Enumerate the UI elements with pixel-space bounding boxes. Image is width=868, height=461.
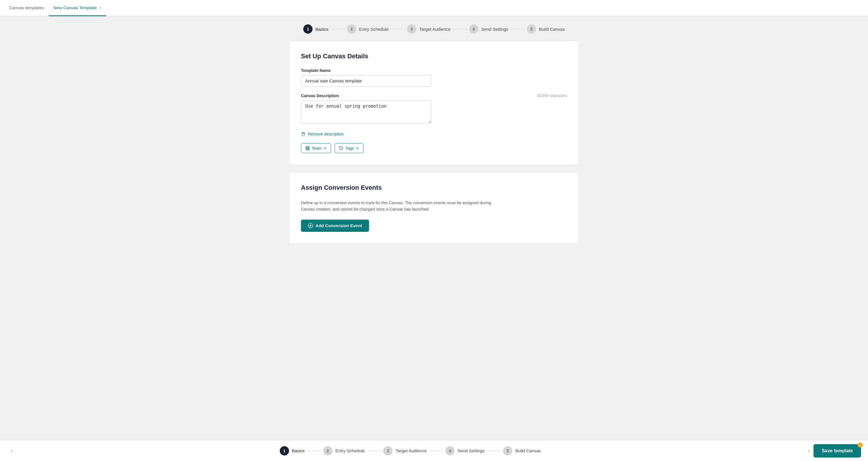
step-5-circle: 5 bbox=[527, 24, 536, 34]
canvas-description-label: Canvas Description 31/250 characters bbox=[301, 93, 567, 98]
prev-arrow[interactable]: ‹ bbox=[7, 446, 16, 456]
bottom-step-4-circle: 4 bbox=[445, 446, 455, 456]
bottom-step-divider-3 bbox=[429, 451, 443, 451]
step-divider-3 bbox=[453, 29, 467, 29]
canvas-description-input[interactable]: Use for annual spring promotion bbox=[301, 100, 431, 123]
bottom-step-4-label: Send Settings bbox=[458, 448, 485, 453]
globe-icon bbox=[305, 146, 310, 150]
bottom-step-2[interactable]: 2 Entry Schedule bbox=[323, 446, 365, 456]
notification-badge: ! bbox=[858, 442, 863, 448]
remove-description-button[interactable]: Remove description bbox=[301, 132, 567, 136]
canvas-description-group: Canvas Description 31/250 characters Use… bbox=[301, 93, 567, 125]
bottom-step-2-circle: 2 bbox=[323, 446, 333, 456]
template-name-group: Template Name bbox=[301, 68, 567, 86]
bottom-step-4[interactable]: 4 Send Settings bbox=[445, 446, 485, 456]
bottom-step-5[interactable]: 5 Build Canvas bbox=[503, 446, 541, 456]
bottom-step-3-label: Target Audience bbox=[396, 448, 427, 453]
svg-rect-1 bbox=[302, 132, 304, 133]
chevron-down-icon bbox=[323, 146, 327, 150]
trash-icon bbox=[301, 132, 306, 136]
step-3-label: Target Audience bbox=[419, 27, 451, 32]
canvas-details-title: Set Up Canvas Details bbox=[301, 53, 567, 60]
team-button[interactable]: Team bbox=[301, 143, 331, 153]
conversion-events-title: Assign Conversion Events bbox=[301, 184, 567, 192]
step-divider-1 bbox=[331, 29, 345, 29]
step-4-circle: 4 bbox=[469, 24, 478, 34]
step-2[interactable]: 2 Entry Schedule bbox=[347, 24, 389, 34]
bottom-step-2-label: Entry Schedule bbox=[335, 448, 365, 453]
save-template-button[interactable]: Save template ! bbox=[813, 444, 861, 458]
bottom-step-1-circle: 1 bbox=[280, 446, 289, 456]
step-5[interactable]: 5 Build Canvas bbox=[527, 24, 564, 34]
template-name-input[interactable] bbox=[301, 75, 431, 86]
bottom-step-3-circle: 3 bbox=[383, 446, 393, 456]
tab-bar: Canvas templates New Canvas Template × bbox=[0, 0, 868, 16]
bottom-step-5-circle: 5 bbox=[503, 446, 512, 456]
step-3[interactable]: 3 Target Audience bbox=[407, 24, 451, 34]
conversion-events-description: Define up to 4 conversion events to trac… bbox=[301, 200, 504, 213]
bottom-step-1[interactable]: 1 Basics bbox=[280, 446, 305, 456]
step-4-label: Send Settings bbox=[481, 27, 508, 32]
step-2-circle: 2 bbox=[347, 24, 356, 34]
step-divider-2 bbox=[391, 29, 405, 29]
bottom-step-divider-4 bbox=[487, 451, 501, 451]
tags-button[interactable]: Tags bbox=[335, 143, 364, 153]
chevron-down-icon-tags bbox=[356, 146, 359, 150]
template-name-label: Template Name bbox=[301, 68, 567, 73]
step-3-circle: 3 bbox=[407, 24, 416, 34]
tag-buttons-group: Team Tags bbox=[301, 143, 567, 153]
plus-circle-icon bbox=[308, 223, 313, 228]
svg-point-7 bbox=[340, 147, 341, 148]
tag-icon bbox=[339, 146, 344, 150]
step-1-label: Basics bbox=[315, 27, 328, 32]
bottom-bar: ‹ 1 Basics 2 Entry Schedule 3 Target Aud… bbox=[0, 440, 868, 461]
bottom-stepper: 1 Basics 2 Entry Schedule 3 Target Audie… bbox=[16, 446, 804, 456]
close-tab-icon[interactable]: × bbox=[99, 5, 101, 10]
conversion-events-card: Assign Conversion Events Define up to 4 … bbox=[289, 172, 579, 244]
step-5-label: Build Canvas bbox=[539, 27, 564, 32]
char-count: 31/250 characters bbox=[537, 93, 567, 98]
add-conversion-event-button[interactable]: Add Conversion Event bbox=[301, 220, 369, 232]
bottom-step-3[interactable]: 3 Target Audience bbox=[383, 446, 427, 456]
step-4[interactable]: 4 Send Settings bbox=[469, 24, 508, 34]
bottom-step-divider-1 bbox=[307, 451, 321, 451]
step-2-label: Entry Schedule bbox=[359, 27, 389, 32]
next-arrow[interactable]: › bbox=[804, 446, 813, 456]
bottom-step-1-label: Basics bbox=[292, 448, 305, 453]
top-stepper: 1 Basics 2 Entry Schedule 3 Target Audie… bbox=[0, 16, 868, 40]
main-content: Set Up Canvas Details Template Name Canv… bbox=[283, 40, 585, 286]
step-divider-4 bbox=[510, 29, 524, 29]
tab-new-canvas-template[interactable]: New Canvas Template × bbox=[49, 0, 106, 16]
bottom-step-5-label: Build Canvas bbox=[515, 448, 541, 453]
bottom-step-divider-2 bbox=[367, 451, 381, 451]
tab-canvas-templates[interactable]: Canvas templates bbox=[5, 0, 49, 16]
canvas-details-card: Set Up Canvas Details Template Name Canv… bbox=[289, 40, 579, 165]
step-1-circle: 1 bbox=[303, 24, 312, 34]
step-1[interactable]: 1 Basics bbox=[303, 24, 328, 34]
